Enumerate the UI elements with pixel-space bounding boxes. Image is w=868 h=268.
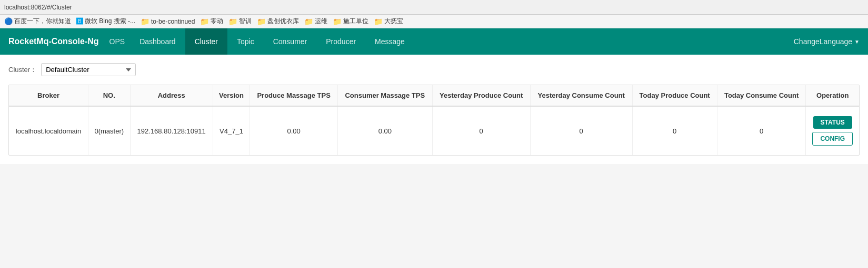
td-today-consume: 0 [717,106,806,155]
nav-item-topic[interactable]: Topic [227,28,264,55]
nav-item-consumer[interactable]: Consumer [264,28,317,55]
bookmarks-bar: 🔵 百度一下，你就知道 🅱 微软 Bing 搜索 -... 📁 to-be-co… [0,15,868,28]
td-address: 192.168.80.128:10911 [130,106,213,155]
th-no: NO. [88,85,130,106]
th-yesterday-produce: Yesterday Produce Count [432,85,530,106]
td-version: V4_7_1 [213,106,250,155]
nav-item-producer[interactable]: Producer [316,28,365,55]
table-row: localhost.localdomain 0(master) 192.168.… [9,106,859,155]
browser-bar: localhost:8062/#/Cluster [0,0,868,15]
nav-item-dashboard[interactable]: Dashboard [130,28,185,55]
broker-table: Broker NO. Address Version Produce Massa… [9,85,859,155]
config-button[interactable]: CONFIG [812,132,853,146]
bookmark-panchuang[interactable]: 📁 盘创优衣库 [257,17,299,26]
bookmark-shigong[interactable]: 📁 施工单位 [333,17,368,26]
chevron-down-icon: ▼ [854,39,860,45]
th-consumer-tps: Consumer Massage TPS [338,85,433,106]
th-today-produce: Today Produce Count [632,85,717,106]
bookmark-bing[interactable]: 🅱 微软 Bing 搜索 -... [76,17,135,26]
folder-icon: 📁 [257,17,266,26]
bookmark-dafubao[interactable]: 📁 大抚宝 [374,17,403,26]
folder-icon: 📁 [374,17,383,26]
td-yesterday-produce: 0 [432,106,530,155]
td-yesterday-consume: 0 [530,106,632,155]
folder-icon: 📁 [333,17,342,26]
th-version: Version [213,85,250,106]
folder-icon: 📁 [141,17,149,26]
th-today-consume: Today Consume Count [717,85,806,106]
td-operation: STATUS CONFIG [806,106,859,155]
navbar: RocketMq-Console-Ng OPS Dashboard Cluste… [0,28,868,55]
status-button[interactable]: STATUS [813,116,852,129]
th-broker: Broker [9,85,88,106]
td-produce-tps: 0.00 [250,106,338,155]
td-no: 0(master) [88,106,130,155]
bookmark-lingdong[interactable]: 📁 零动 [200,17,223,26]
folder-icon: 📁 [304,17,313,26]
table-header-row: Broker NO. Address Version Produce Massa… [9,85,859,106]
td-today-produce: 0 [632,106,717,155]
broker-table-container: Broker NO. Address Version Produce Massa… [8,85,860,156]
nav-item-message[interactable]: Message [365,28,414,55]
cluster-selector: Cluster： DefaultCluster [8,63,860,76]
nav-items: Dashboard Cluster Topic Consumer Produce… [130,28,794,55]
bookmark-to-be-continued[interactable]: 📁 to-be-continued [141,17,195,26]
operation-buttons: STATUS CONFIG [811,116,854,146]
cluster-select[interactable]: DefaultCluster [41,63,136,76]
th-operation: Operation [806,85,859,106]
td-consumer-tps: 0.00 [338,106,433,155]
td-broker: localhost.localdomain [9,106,88,155]
bookmark-baidu[interactable]: 🔵 百度一下，你就知道 [4,17,71,26]
th-yesterday-consume: Yesterday Consume Count [530,85,632,106]
url-display: localhost:8062/#/Cluster [4,4,72,11]
nav-item-cluster[interactable]: Cluster [185,28,227,55]
cluster-label: Cluster： [8,65,37,75]
brand-label: RocketMq-Console-Ng [8,37,99,46]
folder-icon: 📁 [200,17,209,26]
th-produce-tps: Produce Massage TPS [250,85,338,106]
ops-label: OPS [109,37,125,46]
main-content: Cluster： DefaultCluster Broker NO. Addre… [0,55,868,164]
folder-icon: 📁 [228,17,237,26]
bookmark-yunwei[interactable]: 📁 运维 [304,17,327,26]
th-address: Address [130,85,213,106]
bookmark-zhixun[interactable]: 📁 智训 [228,17,252,26]
change-language-button[interactable]: ChangeLanguage ▼ [794,37,860,46]
